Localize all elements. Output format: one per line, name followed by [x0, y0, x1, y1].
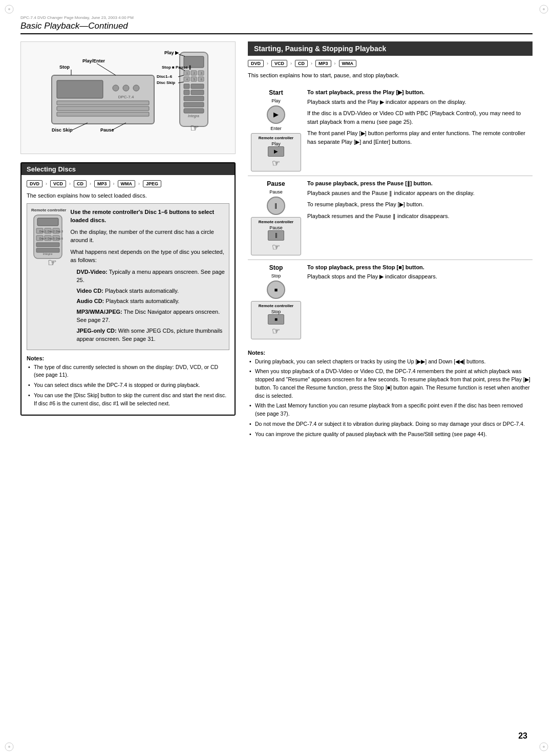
start-play-btn[interactable]: ▶	[267, 105, 285, 124]
pause-body3: Playback resumes and the Pause ‖ indicat…	[307, 212, 529, 221]
start-label: Start	[251, 89, 301, 96]
left-notes-title: Notes:	[27, 355, 229, 361]
rc-box-selecting: Remote controller	[27, 203, 229, 350]
right-badge-mp3: MP3	[315, 60, 331, 67]
svg-text:☞: ☞	[190, 122, 199, 134]
left-notes: Notes: The type of disc currently select…	[27, 355, 229, 408]
svg-text:Disc Skip: Disc Skip	[52, 127, 73, 133]
badge-vcd: VCD	[50, 180, 66, 187]
pause-btn-group: Pause ‖	[251, 189, 301, 215]
page-title: Basic Playback—Continued	[20, 21, 533, 34]
page-number: 23	[518, 731, 527, 741]
svg-point-15	[133, 85, 139, 91]
svg-text:2: 2	[194, 72, 195, 75]
page-subtitle-text: —Continued	[79, 21, 128, 31]
svg-point-13	[113, 85, 119, 91]
rc-instruction-body2: What happens next depends on the type of…	[70, 248, 225, 265]
corner-mark-bl	[4, 742, 14, 752]
rc-instructions: Use the remote controller's Disc 1–6 but…	[70, 208, 225, 345]
pause-rc-btn[interactable]: ‖	[268, 230, 284, 241]
svg-text:6: 6	[201, 78, 202, 81]
item-jpeg: JPEG-only CD: With some JPEG CDs, pictur…	[70, 327, 225, 343]
badge-wma: WMA	[118, 180, 136, 187]
starting-stopping-title: Starting, Pausing & Stopping Playback	[248, 41, 533, 56]
left-note-1: The type of disc currently selected is s…	[27, 363, 229, 380]
svg-text:Stop ■  Pause ‖: Stop ■ Pause ‖	[162, 65, 191, 70]
svg-text:5: 5	[194, 78, 195, 81]
badge-mp3: MP3	[94, 180, 110, 187]
stop-rc-box: Remote controller Stop ■ ☞	[251, 301, 301, 339]
stop-left: Stop Stop ■ Remote controller Stop ■ ☞	[248, 260, 304, 343]
svg-point-7	[543, 746, 545, 748]
start-body2: If the disc is a DVD-Video or Video CD w…	[307, 109, 529, 126]
svg-text:Disc 4: Disc 4	[39, 237, 47, 240]
item-mp3: MP3/WMA/JPEG: The Disc Navigator appears…	[70, 308, 225, 325]
right-badge-vcd: VCD	[271, 60, 287, 67]
item-dvd: DVD-Video: Typically a menu appears onsc…	[70, 268, 225, 285]
svg-rect-36	[184, 102, 204, 107]
rc-label: Remote controller	[31, 208, 66, 212]
start-rc-box: Remote controller Play ▶ ☞	[251, 133, 301, 171]
rc-instruction-title: Use the remote controller's Disc 1–6 but…	[70, 209, 214, 224]
svg-rect-71	[36, 248, 59, 252]
item-videocd: Video CD: Playback starts automatically.	[70, 287, 225, 295]
svg-text:3: 3	[201, 72, 202, 75]
stop-label: Stop	[251, 264, 301, 271]
svg-text:Disc Skip: Disc Skip	[157, 80, 175, 85]
device-diagram: DPC-7.4 1 2 3 4 5 6	[20, 41, 236, 154]
corner-mark-tl	[4, 4, 14, 14]
right-note-5: You can improve the picture quality of p…	[248, 430, 533, 439]
right-notes-list: During playback, you can select chapters…	[248, 358, 533, 439]
stop-play-btn[interactable]: ■	[267, 280, 285, 299]
start-left: Start Play ▶ Enter Remote controller Pla…	[248, 85, 304, 176]
row-stop: Stop Stop ■ Remote controller Stop ■ ☞	[248, 260, 533, 343]
rc-instruction-body: On the display, the number of the curren…	[70, 228, 225, 245]
svg-rect-37	[184, 109, 204, 113]
pause-right: To pause playback, press the Pause [‖] b…	[304, 176, 533, 260]
svg-text:1: 1	[186, 72, 188, 75]
playback-table: Start Play ▶ Enter Remote controller Pla…	[248, 85, 533, 343]
page-title-text: Basic Playback	[20, 21, 79, 31]
start-body3: The front panel Play [▶] button performs…	[307, 129, 529, 146]
svg-text:Stop: Stop	[59, 64, 70, 70]
svg-text:Disc 6: Disc 6	[56, 237, 63, 240]
pause-play-btn[interactable]: ‖	[267, 197, 285, 215]
svg-point-5	[8, 746, 10, 748]
top-bar: DPC-7.4 DVD Changer Page Monday, June 23…	[20, 15, 533, 20]
start-rc-btn[interactable]: ▶	[268, 146, 284, 157]
right-notes: Notes: During playback, you can select c…	[248, 350, 533, 439]
pause-title: To pause playback, press the Pause [‖] b…	[307, 180, 529, 187]
selecting-discs-badges: DVD › VCD › CD › MP3 › WMA › JPEG	[27, 180, 229, 187]
right-notes-title: Notes:	[248, 350, 533, 356]
left-note-2: You can select discs while the DPC-7.4 i…	[27, 381, 229, 390]
svg-text:Disc1–6: Disc1–6	[157, 74, 173, 79]
pause-left: Pause Pause ‖ Remote controller Pause ‖ …	[248, 176, 304, 260]
svg-rect-35	[184, 96, 204, 101]
right-note-2: When you stop playback of a DVD-Video or…	[248, 368, 533, 400]
right-note-3: With the Last Memory function you can re…	[248, 402, 533, 418]
right-badge-cd: CD	[295, 60, 308, 67]
rc-svg-selecting: Disc 1 Disc 2 Disc 3 Disc 4 Disc 5 Disc …	[31, 214, 65, 270]
stop-body1: Playback stops and the Play ▶ indicator …	[307, 272, 529, 281]
start-right: To start playback, press the Play [▶] bu…	[304, 85, 533, 176]
badge-jpeg: JPEG	[143, 180, 161, 187]
row-pause: Pause Pause ‖ Remote controller Pause ‖ …	[248, 176, 533, 260]
svg-rect-11	[57, 106, 149, 111]
svg-rect-70	[36, 243, 59, 247]
right-column: Starting, Pausing & Stopping Playback DV…	[248, 41, 533, 440]
right-badge-wma: WMA	[339, 60, 357, 67]
pause-body2: To resume playback, press the Play [▶] b…	[307, 200, 529, 209]
stop-rc-btn[interactable]: ■	[268, 314, 284, 325]
corner-mark-br	[539, 742, 549, 752]
left-note-3: You can use the [Disc Skip] button to sk…	[27, 392, 229, 408]
item-audiocd: Audio CD: Playback starts automatically.	[70, 297, 225, 306]
pause-rc-box: Remote controller Pause ‖ ☞	[251, 217, 301, 255]
left-column: DPC-7.4 1 2 3 4 5 6	[20, 41, 236, 423]
svg-text:Disc 5: Disc 5	[48, 237, 55, 240]
svg-rect-33	[184, 90, 189, 95]
right-badges: DVD › VCD › CD › MP3 › WMA	[248, 60, 533, 67]
selecting-discs-title: Selecting Discs	[22, 163, 235, 175]
rc-device: Remote controller	[31, 208, 66, 271]
svg-rect-10	[57, 101, 149, 105]
badge-cd: CD	[74, 180, 87, 187]
